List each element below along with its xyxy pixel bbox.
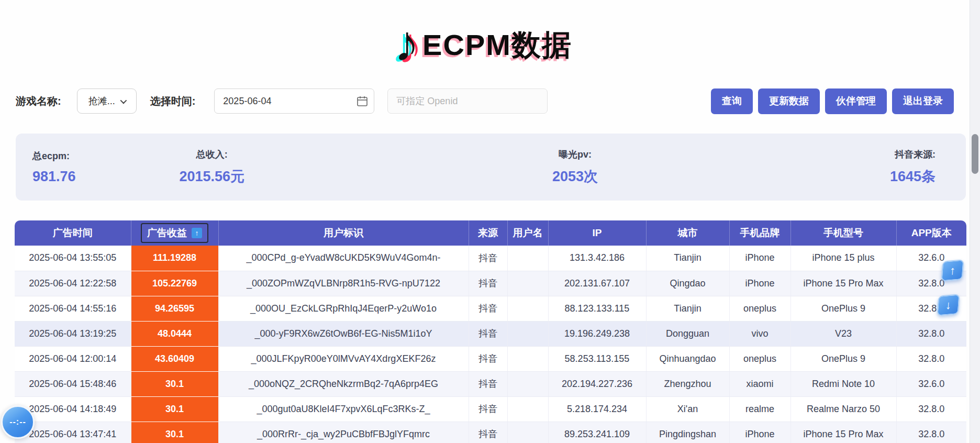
cell-revenue: 30.1: [131, 371, 218, 396]
column-header-4: 用户名: [507, 220, 548, 246]
cell-city: Pingdingshan: [646, 422, 729, 443]
query-button[interactable]: 查询: [711, 88, 753, 114]
cell-openid: _000JLFKpyR00eY0lMVvAY4XdrgXEKF26z: [218, 346, 469, 371]
cell-time: 2025-06-04 15:48:46: [15, 371, 131, 396]
timer-widget[interactable]: --:--: [1, 405, 35, 439]
scrollbar-thumb[interactable]: [972, 134, 978, 174]
cell-brand: iPhone: [729, 246, 790, 271]
cell-revenue: 94.26595: [131, 296, 218, 321]
ecpm-dashboard: ♪ ECPM数据 游戏名称: 抢滩... 选择时间: 查询 更新数据 伙伴管理 …: [0, 0, 980, 443]
table-row: 2025-06-04 14:18:4930.1_000gut0aU8KleI4F…: [15, 396, 966, 422]
cell-source: 抖音: [469, 396, 507, 422]
cell-revenue: 43.60409: [131, 346, 218, 371]
cell-time: 2025-06-04 13:19:25: [15, 321, 131, 346]
column-header-8: 手机型号: [790, 220, 896, 246]
cell-revenue: 105.22769: [131, 271, 218, 296]
cell-source: 抖音: [469, 321, 507, 346]
page-title: ECPM数据: [422, 26, 572, 65]
cell-revenue: 30.1: [131, 396, 218, 422]
cell-time: 2025-06-04 12:00:14: [15, 346, 131, 371]
cell-brand: oneplus: [729, 296, 790, 321]
revenue-sort-button[interactable]: 广告收益↑: [141, 223, 208, 243]
table-row: 2025-06-04 14:55:1694.26595_000OU_EzCkLG…: [15, 296, 966, 321]
scroll-to-top-button[interactable]: ↑: [941, 259, 964, 281]
cell-revenue: 30.1: [131, 422, 218, 443]
cell-ip: 19.196.249.238: [548, 321, 646, 346]
cell-brand: xiaomi: [729, 371, 790, 396]
cell-city: Qingdao: [646, 271, 729, 296]
table-header-row: 广告时间广告收益↑用户标识来源用户名IP城市手机品牌手机型号APP版本: [15, 220, 966, 246]
cell-username: [507, 321, 548, 346]
cell-openid: _000RrRr-_cja_wy2PuCBbfFBJglYFqmrc: [218, 422, 469, 443]
scroll-to-bottom-button[interactable]: ↓: [937, 294, 960, 316]
cell-city: Tianjin: [646, 246, 729, 271]
partner-manage-button[interactable]: 伙伴管理: [825, 88, 887, 114]
cell-source: 抖音: [469, 422, 507, 443]
cell-model: V23: [790, 321, 896, 346]
page-header: ♪ ECPM数据: [0, 12, 966, 80]
cell-model: Realme Narzo 50: [790, 396, 896, 422]
table-row: 2025-06-04 13:55:05111.19288_000CPd_g-eY…: [15, 246, 966, 271]
calendar-icon[interactable]: [357, 95, 368, 109]
cell-username: [507, 271, 548, 296]
cell-ip: 131.3.42.186: [548, 246, 646, 271]
cell-app_version: 32.8.0: [896, 346, 966, 371]
cell-time: 2025-06-04 12:22:58: [15, 271, 131, 296]
stat-1: 总收入:2015.56元: [179, 148, 244, 186]
cell-model: OnePlus 9: [790, 296, 896, 321]
date-input[interactable]: [214, 88, 374, 114]
cell-source: 抖音: [469, 246, 507, 271]
cell-city: Qinhuangdao: [646, 346, 729, 371]
cell-model: OnePlus 9: [790, 346, 896, 371]
stat-3: 抖音来源:1645条: [890, 148, 936, 186]
stat-label: 曝光pv:: [559, 148, 592, 161]
cell-username: [507, 371, 548, 396]
cell-ip: 202.131.67.107: [548, 271, 646, 296]
cell-source: 抖音: [469, 271, 507, 296]
cell-city: Xi'an: [646, 396, 729, 422]
stats-bar: 总ecpm:981.76总收入:2015.56元曝光pv:2053次抖音来源:1…: [16, 134, 966, 201]
column-header-9: APP版本: [896, 220, 966, 246]
cell-ip: 88.123.133.115: [548, 296, 646, 321]
cell-username: [507, 296, 548, 321]
scrollbar-track: [970, 0, 980, 443]
cell-model: Redmi Note 10: [790, 371, 896, 396]
openid-input[interactable]: [387, 88, 548, 114]
cell-brand: vivo: [729, 321, 790, 346]
cell-city: Dongguan: [646, 321, 729, 346]
cell-source: 抖音: [469, 296, 507, 321]
sort-up-icon: ↑: [192, 228, 202, 238]
table-row: 2025-06-04 12:22:58105.22769_000ZOPmWZqV…: [15, 271, 966, 296]
table-row: 2025-06-04 13:47:4130.1_000RrRr-_cja_wy2…: [15, 422, 966, 443]
table-row: 2025-06-04 12:00:1443.60409_000JLFKpyR00…: [15, 346, 966, 371]
cell-openid: _000OU_EzCkLGRpRhIqJ4EqerP-y2uWo1o: [218, 296, 469, 321]
game-select-value: 抢滩...: [88, 95, 115, 107]
cell-time: 2025-06-04 13:55:05: [15, 246, 131, 271]
cell-openid: _000-yF9RX6wZ6tOwB6f-EG-Nis5M1i1oY: [218, 321, 469, 346]
cell-app_version: 32.8.0: [896, 396, 966, 422]
column-header-7: 手机品牌: [729, 220, 790, 246]
stat-value: 981.76: [32, 169, 76, 185]
cell-source: 抖音: [469, 346, 507, 371]
stat-value: 2015.56元: [179, 167, 244, 186]
game-select[interactable]: 抢滩...: [77, 88, 137, 114]
action-buttons: 查询 更新数据 伙伴管理 退出登录: [711, 88, 954, 114]
cell-username: [507, 346, 548, 371]
cell-openid: _000gut0aU8KleI4F7xpvX6LqFc3RKs-Z_: [218, 396, 469, 422]
column-header-3: 来源: [469, 220, 507, 246]
cell-openid: _000ZOPmWZqVLBNrp8R1h5-RVG-npU7122: [218, 271, 469, 296]
logout-button[interactable]: 退出登录: [892, 88, 954, 114]
stat-0: 总ecpm:981.76: [32, 150, 76, 185]
cell-revenue: 48.0444: [131, 321, 218, 346]
cell-model: iPhone 15 Pro Max: [790, 271, 896, 296]
cell-app_version: 32.6.0: [896, 371, 966, 396]
table-row: 2025-06-04 13:19:2548.0444_000-yF9RX6wZ6…: [15, 321, 966, 346]
stat-value: 2053次: [552, 167, 598, 186]
stat-2: 曝光pv:2053次: [552, 148, 598, 186]
column-header-1: 广告收益↑: [131, 220, 218, 246]
update-data-button[interactable]: 更新数据: [758, 88, 820, 114]
cell-brand: iPhone: [729, 271, 790, 296]
cell-ip: 89.253.241.109: [548, 422, 646, 443]
cell-brand: iPhone: [729, 422, 790, 443]
cell-brand: realme: [729, 396, 790, 422]
